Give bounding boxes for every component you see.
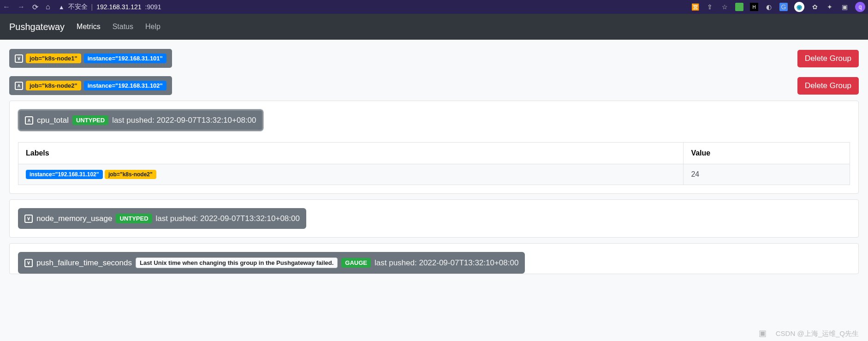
browser-toolbar: ← → ⟳ ⌂ ▲ 不安全 | 192.168.31.121:9091 🈺 ⇪ … — [0, 0, 868, 14]
ext-round-icon[interactable]: ◉ — [794, 2, 804, 12]
group-header-row: ∧ job="k8s-node2" instance="192.168.31.1… — [9, 76, 859, 95]
chevron-down-icon[interactable]: ∨ — [24, 215, 33, 223]
job-label-badge: job="k8s-node2" — [26, 81, 81, 90]
metric-header[interactable]: ∨node_memory_usage UNTYPED last pushed: … — [18, 208, 306, 229]
metric-panel-mem: ∨node_memory_usage UNTYPED last pushed: … — [9, 199, 859, 238]
browser-nav-icons: ← → ⟳ ⌂ — [3, 3, 50, 12]
metric-header[interactable]: ∨push_failure_time_seconds Last Unix tim… — [18, 252, 525, 274]
insecure-label: 不安全 — [68, 3, 88, 11]
value-cell: 24 — [684, 164, 850, 185]
moon-icon[interactable]: ◐ — [765, 3, 773, 11]
delete-group-button[interactable]: Delete Group — [797, 50, 859, 67]
home-icon[interactable]: ⌂ — [46, 3, 50, 11]
labels-header: Labels — [18, 143, 684, 164]
group-header[interactable]: ∨ job="k8s-node1" instance="192.168.31.1… — [9, 49, 172, 68]
share-icon[interactable]: ⇪ — [706, 3, 714, 11]
profile-avatar[interactable]: q — [855, 2, 865, 12]
metric-table: Labels Value instance="192.168.31.102" j… — [18, 142, 850, 185]
last-pushed-text: last pushed: 2022-09-07T13:32:10+08:00 — [375, 258, 518, 268]
nav-metrics[interactable]: Metrics — [77, 23, 101, 31]
translate-icon[interactable]: 🈺 — [691, 3, 699, 11]
table-row: instance="192.168.31.102" job="k8s-node2… — [18, 164, 850, 185]
job-label-badge: job="k8s-node1" — [26, 54, 81, 63]
metric-panel-cpu: ∧cpu_total UNTYPED last pushed: 2022-09-… — [9, 101, 859, 194]
brand-title: Pushgateway — [9, 22, 65, 32]
star-icon[interactable]: ☆ — [720, 3, 729, 11]
url-host: 192.168.31.121 — [96, 3, 141, 11]
chevron-up-icon[interactable]: ∧ — [25, 116, 33, 125]
metric-header[interactable]: ∧cpu_total UNTYPED last pushed: 2022-09-… — [18, 109, 263, 131]
group-header-row: ∨ job="k8s-node1" instance="192.168.31.1… — [9, 49, 859, 68]
nav-status[interactable]: Status — [113, 23, 133, 31]
nav-help[interactable]: Help — [145, 23, 161, 31]
extension-icons: 🈺 ⇪ ☆ H ◐ G ◉ ✿ ✦ ▣ q — [691, 2, 865, 12]
back-icon[interactable]: ← — [3, 3, 10, 11]
group-card: ∨ job="k8s-node1" instance="192.168.31.1… — [9, 49, 859, 68]
reload-icon[interactable]: ⟳ — [32, 3, 38, 12]
tabs-icon[interactable]: ▣ — [840, 3, 849, 11]
last-pushed-text: last pushed: 2022-09-07T13:32:10+08:00 — [156, 214, 300, 223]
url-port: :9091 — [145, 3, 161, 11]
table-header-row: Labels Value — [18, 143, 850, 164]
group-card: ∧ job="k8s-node2" instance="192.168.31.1… — [9, 76, 859, 274]
puzzle-icon[interactable]: ✦ — [826, 3, 834, 11]
separator: | — [91, 3, 93, 11]
address-bar[interactable]: ▲ 不安全 | 192.168.31.121:9091 — [59, 3, 161, 11]
metric-type-badge: GAUGE — [341, 258, 371, 268]
chevron-up-icon[interactable]: ∧ — [15, 82, 23, 90]
chevron-down-icon[interactable]: ∨ — [15, 54, 23, 63]
group-header[interactable]: ∧ job="k8s-node2" instance="192.168.31.1… — [9, 76, 172, 95]
job-label-badge: job="k8s-node2" — [105, 170, 156, 179]
insecure-icon: ▲ — [59, 4, 65, 11]
content-area: ∨ job="k8s-node1" instance="192.168.31.1… — [0, 40, 868, 292]
app-navbar: Pushgateway Metrics Status Help — [0, 14, 868, 40]
forward-icon[interactable]: → — [18, 3, 25, 11]
metric-name: push_failure_time_seconds — [36, 258, 132, 268]
metric-panel-fail: ∨push_failure_time_seconds Last Unix tim… — [9, 243, 859, 274]
ext-green-icon[interactable] — [735, 3, 743, 11]
chevron-down-icon[interactable]: ∨ — [24, 259, 33, 267]
metric-type-badge: UNTYPED — [72, 115, 108, 125]
leaf-icon[interactable]: ✿ — [811, 3, 819, 11]
delete-group-button[interactable]: Delete Group — [797, 77, 859, 95]
ext-black-icon[interactable]: H — [750, 3, 758, 11]
labels-cell: instance="192.168.31.102" job="k8s-node2… — [18, 164, 684, 185]
ext-blue-icon[interactable]: G — [779, 3, 788, 11]
instance-label-badge: instance="192.168.31.102" — [26, 170, 103, 179]
instance-label-badge: instance="192.168.31.102" — [84, 81, 166, 90]
metric-name: cpu_total — [37, 116, 69, 125]
last-pushed-text: last pushed: 2022-09-07T13:32:10+08:00 — [112, 116, 256, 125]
metric-type-badge: UNTYPED — [116, 214, 152, 223]
metric-help-text: Last Unix time when changing this group … — [136, 257, 338, 268]
value-header: Value — [684, 143, 850, 164]
instance-label-badge: instance="192.168.31.101" — [84, 54, 166, 63]
metric-name: node_memory_usage — [36, 214, 112, 223]
